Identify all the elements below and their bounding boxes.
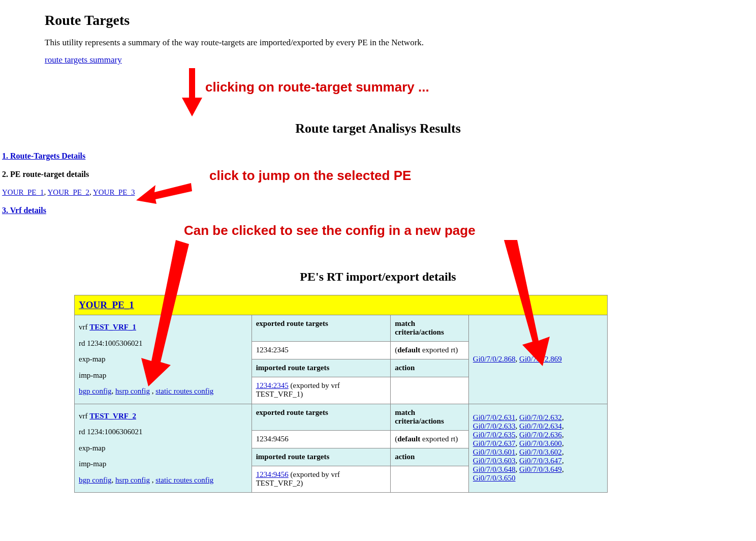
bgp-config-link[interactable]: bgp config <box>79 387 112 395</box>
exported-rt-header: exported route targets <box>251 315 390 342</box>
intro-text: This utility represents a summary of the… <box>45 38 756 48</box>
bgp-config-link[interactable]: bgp config <box>79 476 112 484</box>
interface-link[interactable]: Gi0/7/0/2.633 <box>473 422 516 430</box>
interface-link[interactable]: Gi0/7/0/2.635 <box>473 431 516 439</box>
pe-header-link[interactable]: YOUR_PE_1 <box>79 299 134 310</box>
match-criteria-header: match criteria/actions <box>391 315 469 342</box>
interface-link[interactable]: Gi0/7/0/3.649 <box>519 465 562 473</box>
exported-rt-value: 1234:2345 <box>251 342 390 359</box>
annotation-3: Can be clicked to see the config in a ne… <box>184 223 476 238</box>
static-routes-config-link[interactable]: static routes config <box>155 476 213 484</box>
page-title: Route Targets <box>45 12 756 28</box>
imported-rt-link[interactable]: 1234:9456 <box>256 470 289 478</box>
vrf-link[interactable]: TEST_VRF_1 <box>89 323 136 331</box>
analysis-results-heading: Route target Analisys Results <box>0 121 756 136</box>
exported-rt-value: 1234:9456 <box>251 430 390 448</box>
rd-label: rd 1234:1005306021 <box>79 339 142 347</box>
impmap-label: imp-map <box>79 460 106 468</box>
expmap-label: exp-map <box>79 444 105 452</box>
interface-link[interactable]: Gi0/7/0/3.603 <box>473 457 516 465</box>
svg-marker-2 <box>136 183 192 204</box>
hsrp-config-link[interactable]: hsrp config <box>115 476 150 484</box>
nav-vrf-details-link[interactable]: 3. Vrf details <box>2 206 46 215</box>
interface-link[interactable]: Gi0/7/0/3.602 <box>519 448 562 456</box>
expmap-label: exp-map <box>79 355 105 363</box>
action-value <box>391 377 469 404</box>
vrf-link[interactable]: TEST_VRF_2 <box>89 412 136 420</box>
vrf-info-cell: vrf TEST_VRF_2rd 1234:1006306021exp-mapi… <box>75 404 252 493</box>
interface-link[interactable]: Gi0/7/0/2.634 <box>519 422 562 430</box>
import-export-details-heading: PE's RT import/export details <box>0 270 756 284</box>
imported-rt-value: 1234:9456 (exported by vrf TEST_VRF_2) <box>251 466 390 492</box>
route-targets-summary-link[interactable]: route targets summary <box>45 55 122 65</box>
interface-link[interactable]: Gi0/7/0/2.637 <box>473 439 516 447</box>
interface-link[interactable]: Gi0/7/0/2.636 <box>519 431 562 439</box>
arrow-down-left-icon <box>140 240 191 387</box>
interface-link[interactable]: Gi0/7/0/3.648 <box>473 465 516 473</box>
action-header: action <box>391 359 469 377</box>
impmap-label: imp-map <box>79 371 106 379</box>
match-default: (default exported rt) <box>391 430 469 448</box>
action-value <box>391 466 469 492</box>
interfaces-cell: Gi0/7/0/2.631, Gi0/7/0/2.632, Gi0/7/0/2.… <box>468 404 607 493</box>
pe-links-row: YOUR_PE_1, YOUR_PE_2, YOUR_PE_3 <box>2 188 756 197</box>
interface-link[interactable]: Gi0/7/0/2.632 <box>519 413 562 422</box>
imported-rt-header: imported route targets <box>251 448 390 466</box>
rd-label: rd 1234:1006306021 <box>79 428 142 436</box>
match-default: (default exported rt) <box>391 342 469 359</box>
interface-link[interactable]: Gi0/7/0/2.631 <box>473 413 516 422</box>
nav-rt-details-link[interactable]: 1. Route-Targets Details <box>2 152 85 160</box>
arrow-left-icon <box>136 181 192 204</box>
arrow-down-right-icon <box>499 240 555 366</box>
pe-link[interactable]: YOUR_PE_2 <box>47 188 89 196</box>
interface-link[interactable]: Gi0/7/0/3.601 <box>473 448 516 456</box>
svg-rect-0 <box>189 68 195 100</box>
imported-rt-link[interactable]: 1234:2345 <box>256 381 289 389</box>
svg-marker-4 <box>504 240 550 366</box>
hsrp-config-link[interactable]: hsrp config <box>115 387 150 395</box>
svg-marker-3 <box>141 240 189 386</box>
annotation-2: click to jump on the selected PE <box>209 168 411 184</box>
annotation-1: clicking on route-target summary ... <box>205 79 429 95</box>
pe-link[interactable]: YOUR_PE_3 <box>93 188 135 196</box>
interface-link[interactable]: Gi0/7/0/3.647 <box>519 457 562 465</box>
svg-marker-1 <box>182 98 202 116</box>
interface-link[interactable]: Gi0/7/0/3.600 <box>519 439 562 447</box>
imported-rt-header: imported route targets <box>251 359 390 377</box>
imported-rt-value: 1234:2345 (exported by vrf TEST_VRF_1) <box>251 377 390 404</box>
arrow-down-1-icon <box>182 68 202 116</box>
exported-rt-header: exported route targets <box>251 404 390 430</box>
match-criteria-header: match criteria/actions <box>391 404 469 430</box>
static-routes-config-link[interactable]: static routes config <box>155 387 213 395</box>
interface-link[interactable]: Gi0/7/0/3.650 <box>473 474 516 482</box>
pe-link[interactable]: YOUR_PE_1 <box>2 188 44 196</box>
action-header: action <box>391 448 469 466</box>
